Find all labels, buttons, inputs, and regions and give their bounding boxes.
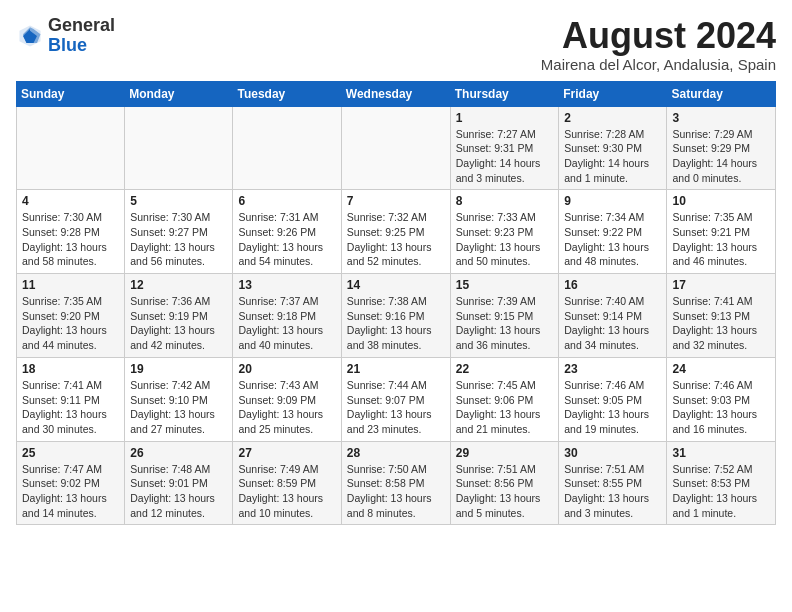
- calendar-cell: 26Sunrise: 7:48 AMSunset: 9:01 PMDayligh…: [125, 441, 233, 525]
- calendar-cell: 23Sunrise: 7:46 AMSunset: 9:05 PMDayligh…: [559, 357, 667, 441]
- calendar-cell: 25Sunrise: 7:47 AMSunset: 9:02 PMDayligh…: [17, 441, 125, 525]
- day-info: Sunrise: 7:33 AMSunset: 9:23 PMDaylight:…: [456, 210, 554, 269]
- day-of-week-header: Friday: [559, 81, 667, 106]
- day-number: 16: [564, 278, 661, 292]
- day-number: 30: [564, 446, 661, 460]
- calendar-cell: [341, 106, 450, 190]
- day-of-week-header: Saturday: [667, 81, 776, 106]
- day-number: 24: [672, 362, 770, 376]
- day-info: Sunrise: 7:49 AMSunset: 8:59 PMDaylight:…: [238, 462, 335, 521]
- calendar-cell: 10Sunrise: 7:35 AMSunset: 9:21 PMDayligh…: [667, 190, 776, 274]
- day-info: Sunrise: 7:47 AMSunset: 9:02 PMDaylight:…: [22, 462, 119, 521]
- calendar-cell: 11Sunrise: 7:35 AMSunset: 9:20 PMDayligh…: [17, 274, 125, 358]
- calendar-cell: 24Sunrise: 7:46 AMSunset: 9:03 PMDayligh…: [667, 357, 776, 441]
- calendar-cell: 28Sunrise: 7:50 AMSunset: 8:58 PMDayligh…: [341, 441, 450, 525]
- calendar-cell: 7Sunrise: 7:32 AMSunset: 9:25 PMDaylight…: [341, 190, 450, 274]
- calendar-cell: 17Sunrise: 7:41 AMSunset: 9:13 PMDayligh…: [667, 274, 776, 358]
- day-number: 20: [238, 362, 335, 376]
- logo: General Blue: [16, 16, 115, 56]
- calendar-cell: 8Sunrise: 7:33 AMSunset: 9:23 PMDaylight…: [450, 190, 559, 274]
- day-info: Sunrise: 7:51 AMSunset: 8:55 PMDaylight:…: [564, 462, 661, 521]
- day-number: 31: [672, 446, 770, 460]
- calendar-cell: 20Sunrise: 7:43 AMSunset: 9:09 PMDayligh…: [233, 357, 341, 441]
- day-info: Sunrise: 7:30 AMSunset: 9:28 PMDaylight:…: [22, 210, 119, 269]
- calendar-cell: 18Sunrise: 7:41 AMSunset: 9:11 PMDayligh…: [17, 357, 125, 441]
- day-info: Sunrise: 7:35 AMSunset: 9:20 PMDaylight:…: [22, 294, 119, 353]
- calendar-cell: [233, 106, 341, 190]
- day-number: 7: [347, 194, 445, 208]
- day-info: Sunrise: 7:32 AMSunset: 9:25 PMDaylight:…: [347, 210, 445, 269]
- calendar-cell: 22Sunrise: 7:45 AMSunset: 9:06 PMDayligh…: [450, 357, 559, 441]
- day-number: 15: [456, 278, 554, 292]
- calendar-cell: 4Sunrise: 7:30 AMSunset: 9:28 PMDaylight…: [17, 190, 125, 274]
- calendar-week-row: 25Sunrise: 7:47 AMSunset: 9:02 PMDayligh…: [17, 441, 776, 525]
- calendar-cell: 12Sunrise: 7:36 AMSunset: 9:19 PMDayligh…: [125, 274, 233, 358]
- day-number: 21: [347, 362, 445, 376]
- day-info: Sunrise: 7:36 AMSunset: 9:19 PMDaylight:…: [130, 294, 227, 353]
- day-info: Sunrise: 7:44 AMSunset: 9:07 PMDaylight:…: [347, 378, 445, 437]
- day-number: 19: [130, 362, 227, 376]
- day-info: Sunrise: 7:48 AMSunset: 9:01 PMDaylight:…: [130, 462, 227, 521]
- day-info: Sunrise: 7:51 AMSunset: 8:56 PMDaylight:…: [456, 462, 554, 521]
- day-info: Sunrise: 7:39 AMSunset: 9:15 PMDaylight:…: [456, 294, 554, 353]
- day-info: Sunrise: 7:34 AMSunset: 9:22 PMDaylight:…: [564, 210, 661, 269]
- day-info: Sunrise: 7:43 AMSunset: 9:09 PMDaylight:…: [238, 378, 335, 437]
- day-number: 3: [672, 111, 770, 125]
- day-number: 18: [22, 362, 119, 376]
- logo-general: General: [48, 15, 115, 35]
- calendar-header-row: SundayMondayTuesdayWednesdayThursdayFrid…: [17, 81, 776, 106]
- calendar-table: SundayMondayTuesdayWednesdayThursdayFrid…: [16, 81, 776, 526]
- day-of-week-header: Wednesday: [341, 81, 450, 106]
- calendar-cell: 3Sunrise: 7:29 AMSunset: 9:29 PMDaylight…: [667, 106, 776, 190]
- day-number: 25: [22, 446, 119, 460]
- calendar-week-row: 1Sunrise: 7:27 AMSunset: 9:31 PMDaylight…: [17, 106, 776, 190]
- day-number: 26: [130, 446, 227, 460]
- calendar-cell: 21Sunrise: 7:44 AMSunset: 9:07 PMDayligh…: [341, 357, 450, 441]
- day-number: 10: [672, 194, 770, 208]
- calendar-week-row: 18Sunrise: 7:41 AMSunset: 9:11 PMDayligh…: [17, 357, 776, 441]
- calendar-week-row: 4Sunrise: 7:30 AMSunset: 9:28 PMDaylight…: [17, 190, 776, 274]
- day-info: Sunrise: 7:46 AMSunset: 9:03 PMDaylight:…: [672, 378, 770, 437]
- day-number: 11: [22, 278, 119, 292]
- calendar-cell: 19Sunrise: 7:42 AMSunset: 9:10 PMDayligh…: [125, 357, 233, 441]
- calendar-cell: 27Sunrise: 7:49 AMSunset: 8:59 PMDayligh…: [233, 441, 341, 525]
- day-number: 23: [564, 362, 661, 376]
- logo-text: General Blue: [48, 16, 115, 56]
- day-info: Sunrise: 7:41 AMSunset: 9:13 PMDaylight:…: [672, 294, 770, 353]
- logo-icon: [16, 22, 44, 50]
- calendar-cell: 30Sunrise: 7:51 AMSunset: 8:55 PMDayligh…: [559, 441, 667, 525]
- day-info: Sunrise: 7:50 AMSunset: 8:58 PMDaylight:…: [347, 462, 445, 521]
- day-info: Sunrise: 7:38 AMSunset: 9:16 PMDaylight:…: [347, 294, 445, 353]
- calendar-cell: 1Sunrise: 7:27 AMSunset: 9:31 PMDaylight…: [450, 106, 559, 190]
- day-number: 8: [456, 194, 554, 208]
- day-info: Sunrise: 7:35 AMSunset: 9:21 PMDaylight:…: [672, 210, 770, 269]
- calendar-cell: 15Sunrise: 7:39 AMSunset: 9:15 PMDayligh…: [450, 274, 559, 358]
- day-of-week-header: Tuesday: [233, 81, 341, 106]
- day-info: Sunrise: 7:41 AMSunset: 9:11 PMDaylight:…: [22, 378, 119, 437]
- calendar-cell: 31Sunrise: 7:52 AMSunset: 8:53 PMDayligh…: [667, 441, 776, 525]
- calendar-cell: [125, 106, 233, 190]
- day-info: Sunrise: 7:52 AMSunset: 8:53 PMDaylight:…: [672, 462, 770, 521]
- day-number: 17: [672, 278, 770, 292]
- calendar-cell: [17, 106, 125, 190]
- day-info: Sunrise: 7:27 AMSunset: 9:31 PMDaylight:…: [456, 127, 554, 186]
- day-number: 4: [22, 194, 119, 208]
- day-number: 1: [456, 111, 554, 125]
- logo-blue: Blue: [48, 35, 87, 55]
- day-number: 9: [564, 194, 661, 208]
- calendar-cell: 2Sunrise: 7:28 AMSunset: 9:30 PMDaylight…: [559, 106, 667, 190]
- day-info: Sunrise: 7:42 AMSunset: 9:10 PMDaylight:…: [130, 378, 227, 437]
- calendar-cell: 13Sunrise: 7:37 AMSunset: 9:18 PMDayligh…: [233, 274, 341, 358]
- title-block: August 2024 Mairena del Alcor, Andalusia…: [541, 16, 776, 73]
- day-of-week-header: Sunday: [17, 81, 125, 106]
- day-number: 28: [347, 446, 445, 460]
- day-number: 2: [564, 111, 661, 125]
- day-number: 12: [130, 278, 227, 292]
- day-info: Sunrise: 7:29 AMSunset: 9:29 PMDaylight:…: [672, 127, 770, 186]
- day-number: 22: [456, 362, 554, 376]
- calendar-cell: 9Sunrise: 7:34 AMSunset: 9:22 PMDaylight…: [559, 190, 667, 274]
- location-subtitle: Mairena del Alcor, Andalusia, Spain: [541, 56, 776, 73]
- day-info: Sunrise: 7:46 AMSunset: 9:05 PMDaylight:…: [564, 378, 661, 437]
- page-header: General Blue August 2024 Mairena del Alc…: [16, 16, 776, 73]
- day-info: Sunrise: 7:30 AMSunset: 9:27 PMDaylight:…: [130, 210, 227, 269]
